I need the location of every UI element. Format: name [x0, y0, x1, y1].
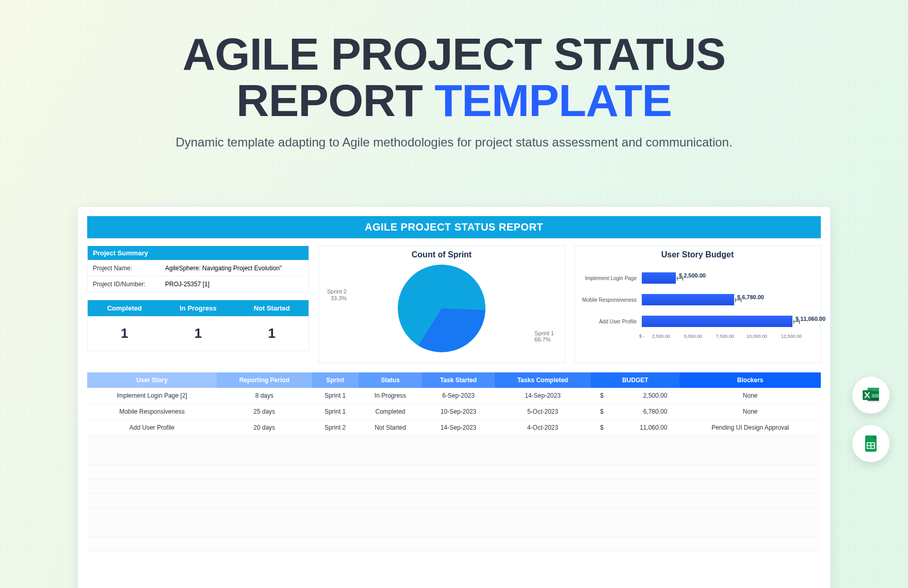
bar-category-label: Add User Profile: [580, 319, 637, 324]
status-inprogress-value: 1: [161, 316, 235, 351]
project-name-value: AgileSphere: Navigating Project Evolutio…: [160, 260, 309, 276]
table-header-cell: Reporting Period: [217, 372, 312, 388]
table-row: Mobile Responsiveness25 daysSprint 1Comp…: [87, 404, 821, 420]
status-inprogress-label: In Progress: [161, 300, 235, 316]
status-notstarted-label: Not Started: [235, 300, 309, 316]
pie-label-sprint2: Sprint 233.3%: [327, 288, 347, 301]
bar-row: Add User Profile$ 11,060.00: [642, 312, 812, 331]
table-cell: $6,780.00: [591, 404, 679, 420]
sheet-title-banner: AGILE PROJECT STATUS REPORT: [87, 216, 821, 238]
table-cell: 5-Oct-2023: [495, 404, 591, 420]
project-summary-header: Project Summary: [88, 246, 309, 260]
table-cell: Completed: [359, 404, 423, 420]
table-cell: 14-Sep-2023: [495, 388, 591, 404]
format-icons: [852, 377, 889, 462]
table-header-cell: Status: [359, 372, 423, 388]
status-completed-value: 1: [88, 316, 161, 351]
project-summary-row: Project Name: AgileSphere: Navigating Pr…: [88, 260, 309, 276]
bar-category-label: Mobile Responsiveness: [580, 297, 637, 303]
table-header-cell: Sprint: [312, 372, 359, 388]
table-cell: 4-Oct-2023: [495, 420, 591, 436]
table-cell: Mobile Responsiveness: [87, 404, 217, 420]
table-cell: $2,500.00: [591, 388, 679, 404]
table-cell: Pending UI Design Approval: [679, 420, 821, 436]
table-cell: 14-Sep-2023: [422, 420, 494, 436]
project-id-label: Project ID/Number:: [88, 276, 160, 292]
hero-subtitle: Dynamic template adapting to Agile metho…: [0, 135, 908, 150]
hero-title: AGILE PROJECT STATUS REPORT TEMPLATE: [0, 31, 908, 124]
project-id-value: PROJ-25357 [1]: [160, 276, 309, 292]
story-table: User StoryReporting PeriodSprintStatusTa…: [87, 372, 821, 436]
bar: $ 2,500.00: [642, 272, 676, 284]
google-sheets-icon[interactable]: [852, 425, 889, 462]
bar: $ 6,780.00: [642, 294, 734, 305]
table-cell: 6-Sep-2023: [422, 388, 494, 404]
sprint-pie-card: Count of Sprint Sprint 233.3% Sprint 166…: [318, 246, 565, 363]
table-cell: Implement Login Page [2]: [87, 388, 217, 404]
table-cell: Add User Profile: [87, 420, 217, 436]
table-row: Add User Profile20 daysSprint 2Not Start…: [87, 420, 821, 436]
table-cell: Not Started: [359, 420, 423, 436]
table-row: Implement Login Page [2]8 daysSprint 1In…: [87, 388, 821, 404]
pie-chart-title: Count of Sprint: [319, 246, 564, 262]
status-completed-label: Completed: [88, 300, 161, 316]
spreadsheet-preview: AGILE PROJECT STATUS REPORT Project Summ…: [77, 206, 831, 588]
bar-chart-title: User Story Budget: [575, 246, 820, 262]
table-header-cell: BUDGET: [591, 372, 679, 388]
table-cell: Sprint 1: [312, 404, 359, 420]
bar-row: Mobile Responsiveness$ 6,780.00: [642, 290, 812, 309]
project-name-label: Project Name:: [88, 260, 160, 276]
table-cell: None: [679, 388, 821, 404]
hero: AGILE PROJECT STATUS REPORT TEMPLATE Dyn…: [0, 0, 908, 150]
table-cell: 8 days: [217, 388, 312, 404]
table-cell: 10-Sep-2023: [422, 404, 494, 420]
status-boxes: Completed In Progress Not Started 1 1 1: [87, 300, 309, 351]
bar-row: Implement Login Page$ 2,500.00: [642, 269, 812, 287]
excel-icon[interactable]: [852, 377, 889, 414]
project-summary-row: Project ID/Number: PROJ-25357 [1]: [88, 276, 309, 292]
left-summary-column: Project Summary Project Name: AgileSpher…: [87, 246, 309, 363]
budget-bar-card: User Story Budget Implement Login Page$ …: [574, 246, 821, 363]
bar-value-label: $ 11,060.00: [796, 316, 825, 322]
bar-x-axis: $ -2,500.005,000.007,500.0010,000.0012,5…: [642, 334, 812, 339]
table-cell: $11,060.00: [591, 420, 679, 436]
hero-title-line-1: AGILE PROJECT STATUS: [183, 28, 725, 79]
bar-value-label: $ 6,780.00: [737, 294, 764, 300]
table-header-cell: Blockers: [679, 372, 821, 388]
table-cell: None: [679, 404, 821, 420]
table-header-cell: Tasks Completed: [495, 372, 591, 388]
budget-bar-chart: Implement Login Page$ 2,500.00Mobile Res…: [575, 262, 820, 360]
status-notstarted-value: 1: [235, 316, 309, 351]
table-cell: Sprint 2: [312, 420, 359, 436]
empty-table-rows: [87, 436, 821, 551]
project-summary-card: Project Summary Project Name: AgileSpher…: [87, 246, 309, 292]
bar-value-label: $ 2,500.00: [679, 272, 706, 279]
table-header-cell: User Story: [87, 372, 217, 388]
pie-label-sprint1: Sprint 166.7%: [534, 330, 554, 343]
table-cell: Sprint 1: [312, 388, 359, 404]
hero-title-line-2: REPORT: [236, 75, 434, 126]
table-cell: 25 days: [217, 404, 312, 420]
table-cell: In Progress: [359, 388, 423, 404]
table-header-cell: Task Started: [422, 372, 494, 388]
bar: $ 11,060.00: [642, 316, 792, 327]
table-cell: 20 days: [217, 420, 312, 436]
sprint-pie-chart: [398, 265, 485, 352]
bar-category-label: Implement Login Page: [580, 275, 637, 281]
hero-title-accent: TEMPLATE: [434, 75, 672, 126]
